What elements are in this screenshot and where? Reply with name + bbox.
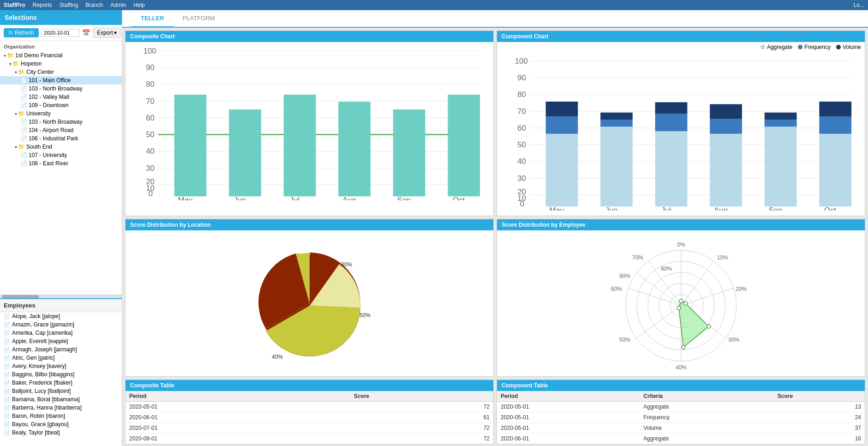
file-icon: 📄 xyxy=(20,94,27,100)
tree-item-southend[interactable]: ▾📁South End xyxy=(0,143,122,151)
tree-label: 103 - North Broadway xyxy=(29,119,83,125)
tree-item-103a[interactable]: 📄103 - North Broadway xyxy=(0,84,122,93)
employee-item[interactable]: 📄Barberra, Hanna [hbarberra] xyxy=(0,404,122,412)
employee-item[interactable]: 📄Baron, Robin [rbaron] xyxy=(0,412,122,420)
tree-item-root[interactable]: ▾📁1st Demo Financial xyxy=(0,51,122,60)
svg-text:40%: 40% xyxy=(271,354,282,360)
emp-icon: 📄 xyxy=(4,313,10,319)
svg-text:Sep: Sep xyxy=(769,206,783,210)
tree-item-101[interactable]: 📄101 - Main Office xyxy=(0,76,122,84)
tree-label: University xyxy=(26,110,51,117)
employee-item[interactable]: 📄Amerika, Cap [camerika] xyxy=(0,329,122,337)
tree-item-103b[interactable]: 📄103 - North Broadway xyxy=(0,118,122,126)
nav-admin[interactable]: Admin xyxy=(110,2,126,8)
export-button[interactable]: Export ▾ xyxy=(93,28,121,38)
score-location-svg: 40% 30% 50% xyxy=(222,239,397,368)
sidebar-toolbar: ↻ Refresh 📅 Export ▾ xyxy=(0,25,122,41)
logout-link[interactable]: Lo... xyxy=(854,2,864,8)
svg-text:Jul: Jul xyxy=(661,206,671,210)
employee-item[interactable]: 📄Atric, Geri [gatric] xyxy=(0,354,122,362)
tree-item-108[interactable]: 📄108 - East River xyxy=(0,159,122,168)
composite-chart-body: 100 90 80 70 60 50 40 30 20 10 0 xyxy=(126,42,493,216)
nav-staffing[interactable]: Staffing xyxy=(60,2,78,8)
employees-list: 📄Alope, Jack [jalope]📄Amazin, Grace [gam… xyxy=(0,312,122,446)
svg-text:10%: 10% xyxy=(717,254,728,261)
nav-help[interactable]: Help xyxy=(133,2,145,8)
svg-point-100 xyxy=(684,301,688,305)
svg-text:Aug: Aug xyxy=(342,196,356,200)
employee-item[interactable]: 📄Avery, Kinsey [kavery] xyxy=(0,362,122,370)
tree-item-107[interactable]: 📄107 - University xyxy=(0,151,122,159)
component-chart-panel: Component Chart Aggregate Frequency Volu… xyxy=(497,30,865,216)
composite-table-body: Period Score 2020-05-01722020-06-0161202… xyxy=(126,391,493,444)
cell-period: 2020-06-01 xyxy=(497,433,640,444)
nav-branch[interactable]: Branch xyxy=(85,2,103,8)
tree-item-109[interactable]: 📄109 - Downtown xyxy=(0,101,122,109)
employee-item[interactable]: 📄Alope, Jack [jalope] xyxy=(0,312,122,320)
employee-item[interactable]: 📄Armagh, Joseph [jarmagh] xyxy=(0,345,122,354)
employee-item[interactable]: 📄Apple, Everett [eapple] xyxy=(0,337,122,345)
calendar-icon[interactable]: 📅 xyxy=(82,29,90,36)
emp-name: Balljoint, Lucy [lballjoint] xyxy=(12,388,71,394)
legend-volume-dot xyxy=(836,45,841,49)
main-layout: Selections ↻ Refresh 📅 Export ▾ Organiza… xyxy=(0,10,868,446)
tab-teller[interactable]: TELLER xyxy=(132,10,174,28)
employee-item[interactable]: 📄Baker, Frederick [fbaker] xyxy=(0,379,122,387)
sidebar-scrollbar[interactable] xyxy=(0,295,122,298)
table-row: 2020-08-0172 xyxy=(126,433,493,444)
legend-frequency-dot xyxy=(798,45,802,49)
svg-text:Jul: Jul xyxy=(290,196,299,200)
cell-score: 13 xyxy=(774,401,865,412)
folder-icon: 📁 xyxy=(18,110,25,117)
composite-table-panel: Composite Table Period Score 2020-05-017… xyxy=(125,380,494,445)
org-tree: ▾📁1st Demo Financial▾📁Hopeton▾📁City Cent… xyxy=(0,50,122,295)
cell-period: 2020-05-01 xyxy=(497,412,640,422)
emp-name: Atric, Geri [gatric] xyxy=(12,355,55,361)
employee-item[interactable]: 📄Bealy, Taylor [tbeal] xyxy=(0,428,122,437)
svg-rect-49 xyxy=(546,102,578,116)
refresh-label: Refresh xyxy=(15,30,34,36)
tree-label: City Center xyxy=(26,69,54,75)
nav-reports[interactable]: Reports xyxy=(33,2,52,8)
emp-name: Bamama, Borat [bbamama] xyxy=(12,396,80,403)
svg-text:60: 60 xyxy=(517,124,526,133)
employee-item[interactable]: 📄Baggins, Bilbo [bbaggins] xyxy=(0,370,122,379)
bar-sep xyxy=(393,109,425,196)
emp-name: Baron, Robin [rbaron] xyxy=(12,413,65,419)
svg-text:50%: 50% xyxy=(359,312,370,319)
component-chart-body: 100 90 80 70 60 50 40 30 20 10 0 xyxy=(497,52,865,216)
composite-table: Period Score 2020-05-01722020-06-0161202… xyxy=(126,391,493,444)
tree-item-citycenter[interactable]: ▾📁City Center xyxy=(0,68,122,76)
date-input[interactable] xyxy=(42,29,79,37)
cell-score: 72 xyxy=(350,422,493,433)
tree-item-102[interactable]: 📄102 - Valley Mall xyxy=(0,93,122,101)
component-chart-legend: Aggregate Frequency Volume xyxy=(497,42,865,52)
file-icon: 📄 xyxy=(20,160,27,167)
tree-item-hopeton[interactable]: ▾📁Hopeton xyxy=(0,60,122,68)
svg-text:80: 80 xyxy=(517,90,526,99)
folder-icon: 📁 xyxy=(12,60,19,67)
cell-period: 2020-05-01 xyxy=(497,401,640,412)
file-icon: 📄 xyxy=(20,119,27,125)
svg-rect-61 xyxy=(765,113,797,120)
employee-item[interactable]: 📄Amazin, Grace [gamazin] xyxy=(0,320,122,329)
svg-line-88 xyxy=(636,273,681,306)
svg-text:50: 50 xyxy=(517,140,526,149)
svg-text:100: 100 xyxy=(515,57,528,66)
svg-line-81 xyxy=(681,288,734,306)
tab-platform[interactable]: PLATFORM xyxy=(174,10,224,28)
tree-label: 107 - University xyxy=(29,152,67,158)
tree-item-104[interactable]: 📄104 - Airport Road xyxy=(0,126,122,134)
tree-item-university[interactable]: ▾📁University xyxy=(0,109,122,118)
tree-item-106[interactable]: 📄106 - Industrial Park xyxy=(0,134,122,143)
svg-text:0: 0 xyxy=(520,199,524,208)
emp-icon: 📄 xyxy=(4,388,10,394)
employee-item[interactable]: 📄Bayou, Grace [gbayou] xyxy=(0,420,122,428)
tree-label: 102 - Valley Mall xyxy=(29,94,69,100)
emp-icon: 📄 xyxy=(4,330,10,336)
charts-area: Composite Chart 100 90 80 70 60 50 40 30… xyxy=(122,28,868,446)
refresh-button[interactable]: ↻ Refresh xyxy=(4,28,39,37)
emp-name: Baker, Frederick [fbaker] xyxy=(12,380,72,386)
employee-item[interactable]: 📄Bamama, Borat [bbamama] xyxy=(0,395,122,404)
employee-item[interactable]: 📄Balljoint, Lucy [lballjoint] xyxy=(0,387,122,395)
